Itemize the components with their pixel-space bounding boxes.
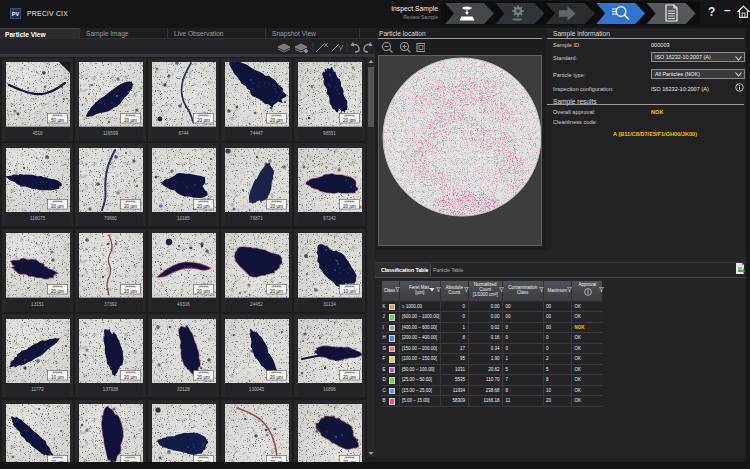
svg-text:20 µm: 20 µm [51,203,64,208]
svg-text:20 µm: 20 µm [197,289,210,294]
svg-text:20 µm: 20 µm [197,118,210,123]
svg-text:10 µm: 10 µm [343,289,356,294]
svg-text:20 µm: 20 µm [343,118,356,123]
svg-text:20 µm: 20 µm [51,289,64,294]
svg-text:20 µm: 20 µm [270,118,283,123]
svg-text:20 µm: 20 µm [270,203,283,208]
svg-text:10 µm: 10 µm [51,374,64,379]
svg-text:20 µm: 20 µm [124,374,137,379]
svg-text:20 µm: 20 µm [197,374,210,379]
svg-text:20 µm: 20 µm [197,203,210,208]
svg-text:20 µm: 20 µm [270,289,283,294]
svg-text:20 µm: 20 µm [343,374,356,379]
svg-text:50 µm: 50 µm [51,118,64,123]
svg-text:20 µm: 20 µm [124,289,137,294]
svg-text:20 µm: 20 µm [270,374,283,379]
svg-text:20 µm: 20 µm [124,203,137,208]
svg-text:20 µm: 20 µm [124,118,137,123]
svg-text:20 µm: 20 µm [343,203,356,208]
